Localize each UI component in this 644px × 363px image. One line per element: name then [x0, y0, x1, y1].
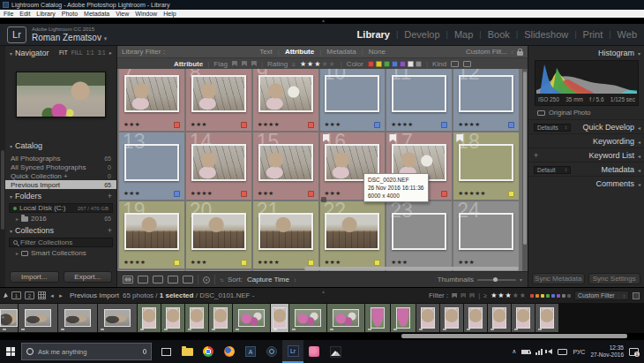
start-button[interactable] — [0, 340, 21, 363]
add-folder-icon[interactable]: + — [108, 192, 112, 200]
grid-cell-8[interactable]: 8★★★ — [186, 69, 251, 131]
task-view-button[interactable] — [155, 340, 176, 363]
color-label-chip[interactable] — [241, 122, 247, 128]
flag-pick-icon[interactable] — [452, 293, 457, 299]
grid-cell-7[interactable]: 7★★★ — [119, 69, 184, 131]
forward-arrow-icon[interactable]: ► — [58, 293, 64, 299]
filmstrip-thumb-13[interactable] — [365, 304, 390, 332]
color-swatch-3[interactable] — [392, 61, 398, 67]
photo-thumbnail[interactable] — [258, 144, 313, 181]
cell-rating-stars[interactable]: ★★★ — [458, 259, 475, 266]
grid-cell-14[interactable]: 14★★★★ — [186, 132, 251, 200]
filter-tab-metadata[interactable]: Metadata — [326, 48, 356, 56]
sort-direction-icon[interactable]: ↑↓ — [220, 277, 223, 283]
sort-criteria-dropdown[interactable]: Capture Time — [247, 276, 289, 284]
color-swatch-2[interactable] — [384, 61, 390, 67]
grabber-icon[interactable] — [4, 292, 9, 299]
module-web[interactable]: Web — [618, 29, 637, 40]
collections-header[interactable]: ▾ Collections + — [5, 223, 116, 237]
survey-view-button[interactable] — [168, 276, 178, 284]
grid-cell-28[interactable]: 28 — [320, 270, 386, 271]
grid-cell-29[interactable]: 29 — [386, 270, 452, 271]
filmstrip-thumb-12[interactable] — [327, 304, 364, 332]
photo-thumbnail[interactable] — [191, 213, 246, 250]
pink-app-button[interactable] — [303, 340, 325, 363]
photo-thumbnail[interactable] — [258, 213, 313, 250]
filter-dot-6[interactable] — [562, 294, 565, 298]
loupe-view-button[interactable] — [138, 276, 148, 284]
cell-rating-stars[interactable]: ★★★ — [124, 121, 140, 128]
module-library[interactable]: Library — [357, 29, 390, 40]
photo-thumbnail[interactable] — [392, 75, 446, 112]
filmstrip-thumb-9[interactable] — [233, 304, 270, 332]
cell-rating-stars[interactable]: ★★★★ — [124, 259, 146, 266]
chrome-button[interactable] — [198, 340, 219, 363]
filmstrip-thumb-16[interactable] — [440, 304, 463, 332]
color-swatch-6[interactable] — [416, 61, 422, 67]
color-label-chip[interactable] — [174, 260, 180, 266]
filmstrip-thumb-2[interactable] — [19, 304, 57, 332]
zoom-option-fill[interactable]: FILL — [71, 49, 83, 57]
collections-filter-input[interactable]: Filter Collections — [9, 238, 113, 247]
color-label-chip[interactable] — [308, 122, 314, 128]
keywording-header[interactable]: Keywording ◂ — [528, 133, 644, 147]
thumbnail-badge-icon[interactable] — [321, 197, 326, 202]
flag-unflagged-icon[interactable] — [242, 61, 247, 66]
grid-cell-18[interactable]: 18★★★★★ — [453, 132, 519, 200]
expand-icon[interactable]: ▸ — [16, 216, 19, 222]
cell-rating-stars[interactable]: ★★★ — [124, 190, 140, 197]
metadata-header[interactable]: Default ↕ Metadata ◂ — [528, 162, 644, 176]
filmstrip-thumb-15[interactable] — [416, 304, 439, 332]
catalog-item-all-synced-photographs[interactable]: All Synced Photographs0 — [5, 163, 116, 171]
sync-settings-button[interactable]: Sync Settings — [588, 273, 641, 284]
identity-dropdown-icon[interactable]: ▾ — [104, 35, 108, 42]
menu-window[interactable]: Window — [135, 11, 157, 17]
filter-dot-3[interactable] — [546, 294, 550, 298]
quick-develop-header[interactable]: Defaults ↕ Quick Develop ◂ — [528, 119, 644, 133]
menu-help[interactable]: Help — [163, 11, 176, 17]
menu-photo[interactable]: Photo — [62, 11, 78, 17]
menu-view[interactable]: View — [116, 11, 129, 17]
grid-cell-15[interactable]: 15★★★ — [253, 132, 318, 200]
grid-cell-20[interactable]: 20★★★ — [186, 201, 251, 268]
menu-file[interactable]: File — [4, 11, 13, 17]
zoom-option-fit[interactable]: FIT — [59, 49, 68, 57]
collection-item-smart-collections[interactable]: ▸Smart Collections — [5, 248, 116, 258]
folders-header[interactable]: ▾ Folders + — [5, 189, 116, 202]
cell-rating-stars[interactable]: ★★★★★ — [458, 190, 486, 197]
color-label-chip[interactable] — [241, 191, 247, 197]
color-label-chip[interactable] — [308, 260, 314, 266]
photo-thumbnail[interactable] — [325, 75, 379, 112]
grid-cell-11[interactable]: 11★★★★ — [386, 69, 452, 131]
filmstrip-filter-preset-dropdown[interactable]: Custom Filter ↕ — [574, 291, 629, 300]
photo-thumbnail[interactable] — [459, 75, 513, 112]
filter-dot-0[interactable] — [530, 294, 534, 298]
grid-cell-9[interactable]: 9★★★★ — [253, 69, 318, 131]
photo-thumbnail[interactable] — [124, 213, 179, 250]
filter-dot-2[interactable] — [541, 294, 544, 298]
color-label-chip[interactable] — [508, 122, 514, 128]
filmstrip-rating-filter[interactable]: ★★★★★ — [490, 291, 527, 299]
color-label-chip[interactable] — [441, 191, 447, 197]
flag-unflagged-icon[interactable] — [461, 293, 466, 299]
add-collection-icon[interactable]: + — [108, 226, 112, 235]
acrobat-button[interactable]: A — [240, 340, 261, 363]
people-view-button[interactable] — [183, 276, 193, 284]
clock[interactable]: 12:35 27-Nov-2016 — [590, 344, 624, 359]
grid-horizontal-scrollbar[interactable] — [304, 267, 519, 270]
comments-header[interactable]: Comments ◂ — [528, 176, 644, 190]
color-label-chip[interactable] — [374, 260, 380, 266]
photo-thumbnail[interactable] — [392, 213, 446, 250]
module-develop[interactable]: Develop — [404, 29, 439, 40]
cortana-search-box[interactable]: Ask me anything — [21, 343, 152, 360]
photo-thumbnail[interactable] — [124, 144, 179, 181]
photo-thumbnail[interactable] — [459, 144, 513, 181]
tray-expand-icon[interactable]: ∧ — [512, 348, 516, 355]
export-button[interactable]: Export... — [64, 271, 113, 283]
grid-cell-24[interactable]: 24★★★ — [453, 201, 519, 268]
filmstrip-collapse-icon[interactable]: ▴ — [322, 288, 325, 294]
photo-thumbnail[interactable] — [325, 213, 379, 250]
color-swatch-0[interactable] — [368, 61, 374, 67]
kind-virtual-icon[interactable] — [463, 61, 471, 67]
thumbnail-size-slider[interactable] — [477, 279, 516, 281]
